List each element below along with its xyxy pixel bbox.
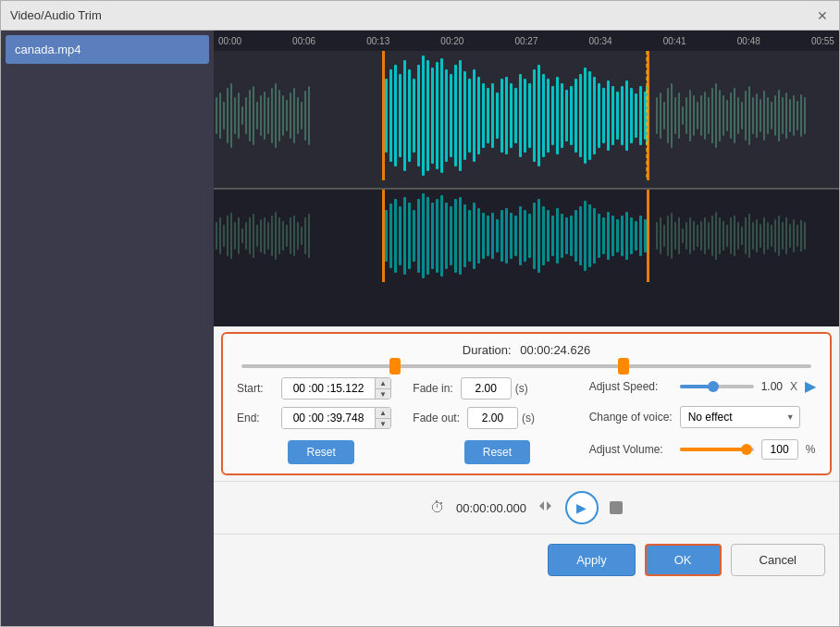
svg-rect-42 (454, 65, 457, 166)
svg-rect-208 (625, 212, 628, 260)
cancel-button[interactable]: Cancel (731, 544, 825, 576)
start-end-reset-button[interactable]: Reset (288, 440, 353, 464)
end-input[interactable] (282, 408, 375, 428)
end-input-wrapper[interactable]: ▲ ▼ (281, 407, 391, 429)
svg-rect-52 (500, 79, 503, 153)
waveform-track-top[interactable] (214, 51, 839, 188)
ok-button[interactable]: OK (645, 544, 722, 576)
fade-in-input[interactable] (461, 377, 512, 400)
svg-rect-30 (399, 74, 401, 157)
svg-rect-51 (496, 92, 499, 139)
start-input[interactable] (282, 378, 375, 399)
speed-play-button[interactable]: ▶ (805, 377, 816, 395)
timeline-marks: 00:00 00:06 00:13 00:20 00:27 00:34 00:4… (218, 36, 834, 46)
svg-rect-29 (394, 65, 397, 166)
svg-rect-10 (249, 90, 251, 141)
svg-rect-218 (674, 222, 676, 250)
svg-rect-78 (621, 86, 624, 145)
svg-rect-216 (667, 215, 669, 256)
svg-rect-135 (234, 222, 236, 250)
stop-button[interactable] (610, 501, 623, 514)
svg-rect-92 (682, 106, 684, 125)
volume-input[interactable] (761, 439, 798, 460)
svg-rect-244 (771, 225, 772, 247)
trim-slider-row[interactable] (237, 364, 816, 368)
svg-rect-183 (510, 213, 513, 259)
speed-row: Adjust Speed: 1.00 X ▶ (589, 377, 816, 395)
svg-rect-40 (445, 69, 448, 162)
svg-rect-86 (660, 92, 661, 139)
segment-icon[interactable] (537, 498, 554, 518)
svg-rect-232 (726, 225, 728, 247)
svg-rect-14 (264, 92, 266, 140)
fade-reset-button[interactable]: Reset (464, 440, 530, 464)
svg-rect-157 (389, 203, 392, 268)
mark-0: 00:00 (218, 36, 241, 46)
svg-rect-236 (741, 227, 743, 245)
start-input-wrapper[interactable]: ▲ ▼ (281, 377, 391, 400)
fade-out-input[interactable] (467, 407, 518, 429)
waveform-track-bottom[interactable] (214, 190, 839, 326)
svg-rect-174 (468, 210, 471, 262)
svg-rect-190 (542, 206, 545, 265)
svg-rect-181 (500, 210, 503, 262)
voice-row: Change of voice: No effect Male Female R… (589, 406, 816, 428)
volume-handle[interactable] (741, 444, 752, 455)
voice-select-wrapper[interactable]: No effect Male Female Robot (680, 406, 800, 428)
apply-button[interactable]: Apply (548, 544, 636, 576)
svg-rect-46 (473, 69, 476, 162)
play-pause-button[interactable]: ▶ (565, 491, 599, 524)
mark-8: 00:55 (811, 36, 834, 46)
main-window: Video/Audio Trim ✕ canada.mp4 00:00 00:0… (0, 0, 840, 627)
close-button[interactable]: ✕ (815, 8, 830, 23)
svg-rect-72 (593, 77, 596, 154)
svg-rect-62 (547, 79, 550, 153)
volume-slider[interactable] (680, 448, 754, 451)
svg-rect-145 (271, 215, 273, 256)
svg-rect-255 (647, 190, 649, 282)
svg-rect-13 (260, 95, 262, 136)
svg-rect-141 (256, 225, 258, 247)
svg-rect-66 (565, 90, 568, 141)
svg-rect-175 (473, 203, 476, 269)
svg-rect-191 (547, 210, 550, 262)
waveform-container: 00:00 00:06 00:13 00:20 00:27 00:34 00:4… (214, 31, 839, 326)
svg-rect-195 (565, 217, 568, 254)
volume-unit: % (806, 443, 816, 456)
svg-rect-217 (671, 213, 673, 259)
speed-value: 1.00 (761, 380, 783, 393)
svg-rect-22 (293, 88, 295, 143)
start-spin-up[interactable]: ▲ (376, 378, 390, 388)
svg-rect-202 (598, 214, 600, 258)
start-spin-down[interactable]: ▼ (376, 388, 390, 399)
end-spin-up[interactable]: ▲ (376, 408, 390, 418)
svg-rect-79 (625, 80, 628, 151)
svg-rect-71 (588, 71, 591, 160)
svg-rect-224 (697, 225, 698, 247)
editor-area: 00:00 00:06 00:13 00:20 00:27 00:34 00:4… (214, 31, 839, 626)
svg-rect-150 (290, 217, 291, 254)
sidebar-item-file[interactable]: canada.mp4 (6, 35, 209, 64)
svg-rect-53 (505, 77, 508, 154)
svg-rect-196 (570, 215, 573, 256)
trim-slider-left-handle[interactable] (389, 358, 401, 375)
speed-slider[interactable] (680, 385, 754, 388)
svg-rect-16 (271, 88, 273, 143)
svg-rect-8 (241, 106, 243, 125)
svg-rect-97 (700, 95, 702, 136)
speed-slider-handle[interactable] (708, 381, 719, 392)
svg-rect-37 (431, 68, 434, 164)
svg-rect-123 (797, 101, 798, 130)
svg-rect-180 (496, 219, 499, 252)
trim-slider-right-handle[interactable] (618, 358, 629, 375)
svg-rect-115 (767, 97, 769, 134)
svg-rect-192 (551, 215, 554, 256)
svg-rect-193 (556, 208, 559, 264)
end-spin-down[interactable]: ▼ (376, 418, 390, 428)
svg-rect-194 (561, 214, 563, 258)
svg-rect-96 (697, 102, 698, 129)
svg-rect-222 (689, 217, 691, 254)
trim-slider-track[interactable] (241, 364, 811, 368)
svg-rect-108 (741, 102, 743, 129)
voice-select[interactable]: No effect Male Female Robot (680, 406, 800, 428)
